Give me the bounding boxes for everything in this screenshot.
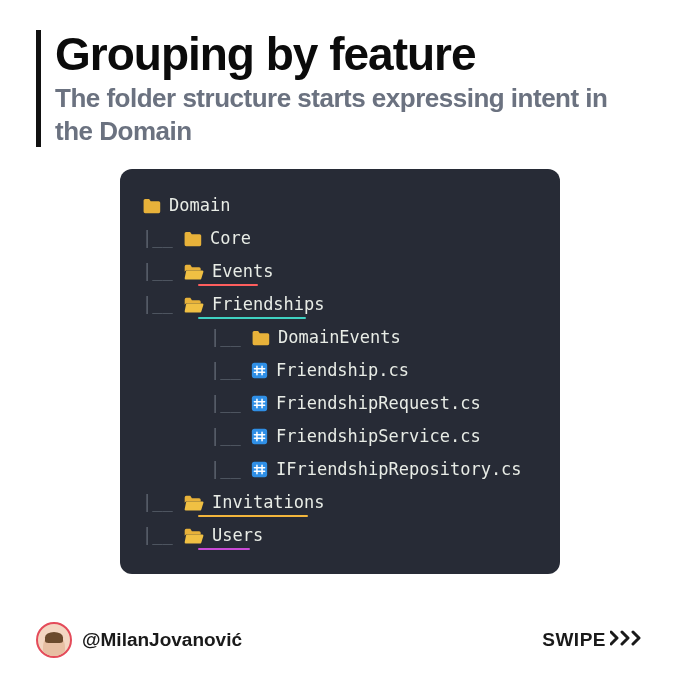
tree-branch: |__ bbox=[210, 428, 251, 445]
tree-branch: |__ bbox=[142, 230, 183, 247]
csharp-file-icon bbox=[251, 362, 268, 379]
tree-label: Friendship.cs bbox=[276, 362, 409, 379]
swipe-label: SWIPE bbox=[542, 629, 606, 651]
tree-branch: |__ bbox=[210, 395, 251, 412]
folder-open-icon bbox=[183, 297, 204, 313]
underline-accent bbox=[198, 515, 308, 517]
folder-icon bbox=[142, 198, 161, 214]
tree-branch: |__ bbox=[142, 527, 183, 544]
tree-file: |__ Friendship.cs bbox=[142, 354, 538, 387]
tree-label: Invitations bbox=[212, 494, 325, 511]
folder-icon bbox=[251, 330, 270, 346]
tree-branch: |__ bbox=[210, 362, 251, 379]
svg-rect-0 bbox=[252, 363, 267, 378]
tree-label: Core bbox=[210, 230, 251, 247]
tree-file: |__ IFriendshipRepository.cs bbox=[142, 453, 538, 486]
page-subtitle: The folder structure starts expressing i… bbox=[55, 82, 644, 147]
tree-label: FriendshipService.cs bbox=[276, 428, 481, 445]
author: @MilanJovanović bbox=[36, 622, 242, 658]
tree-branch: |__ bbox=[142, 296, 183, 313]
tree-label: Domain bbox=[169, 197, 230, 214]
tree-label: Events bbox=[212, 263, 273, 280]
csharp-file-icon bbox=[251, 428, 268, 445]
underline-accent bbox=[198, 548, 250, 550]
tree-label: IFriendshipRepository.cs bbox=[276, 461, 522, 478]
folder-tree: Domain|__ Core|__ Events|__ Friendships|… bbox=[120, 169, 560, 574]
csharp-file-icon bbox=[251, 461, 268, 478]
swipe-cta: SWIPE bbox=[542, 629, 644, 651]
author-handle: @MilanJovanović bbox=[82, 629, 242, 651]
title-block: Grouping by feature The folder structure… bbox=[36, 30, 644, 147]
tree-branch: |__ bbox=[210, 329, 251, 346]
tree-file: |__ FriendshipRequest.cs bbox=[142, 387, 538, 420]
tree-folder: |__ DomainEvents bbox=[142, 321, 538, 354]
underline-accent bbox=[198, 284, 258, 286]
tree-label: Users bbox=[212, 527, 263, 544]
tree-label: DomainEvents bbox=[278, 329, 401, 346]
footer: @MilanJovanović SWIPE bbox=[36, 622, 644, 658]
tree-branch: |__ bbox=[142, 263, 183, 280]
folder-icon bbox=[183, 231, 202, 247]
svg-rect-2 bbox=[252, 429, 267, 444]
tree-label: Friendships bbox=[212, 296, 325, 313]
page-title: Grouping by feature bbox=[55, 30, 644, 78]
chevron-right-icon bbox=[610, 629, 644, 651]
svg-rect-1 bbox=[252, 396, 267, 411]
tree-branch: |__ bbox=[210, 461, 251, 478]
csharp-file-icon bbox=[251, 395, 268, 412]
tree-folder: |__ Core bbox=[142, 222, 538, 255]
avatar bbox=[36, 622, 72, 658]
svg-rect-3 bbox=[252, 462, 267, 477]
underline-accent bbox=[198, 317, 306, 319]
tree-branch: |__ bbox=[142, 494, 183, 511]
tree-file: |__ FriendshipService.cs bbox=[142, 420, 538, 453]
tree-label: FriendshipRequest.cs bbox=[276, 395, 481, 412]
tree-folder: Domain bbox=[142, 189, 538, 222]
folder-open-icon bbox=[183, 495, 204, 511]
folder-open-icon bbox=[183, 528, 204, 544]
folder-open-icon bbox=[183, 264, 204, 280]
